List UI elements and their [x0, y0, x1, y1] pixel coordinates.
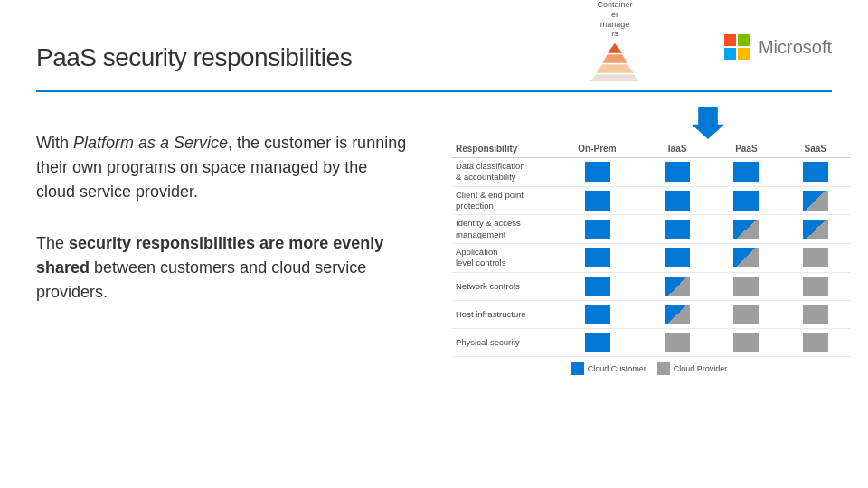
table-legend: Cloud Customer Cloud Provider [571, 362, 731, 375]
row-label: Applicationlevel controls [452, 244, 552, 273]
cell-iaas [643, 328, 712, 356]
cell-paas [712, 244, 780, 273]
cell-saas [781, 244, 850, 273]
col-header-iaas: IaaS [643, 140, 712, 158]
legend-customer: Cloud Customer [571, 362, 646, 375]
cell-onprem [552, 158, 643, 187]
col-header-onprem: On-Prem [552, 140, 643, 158]
responsibility-table: Responsibility On-Prem IaaS PaaS SaaS Da… [452, 140, 850, 357]
table-row: Identity & accessmanagement [452, 215, 850, 244]
table-row: Data classification& accountability [452, 158, 850, 187]
row-label: Client & end pointprotection [452, 186, 552, 215]
cell-onprem [552, 215, 643, 244]
title-block: PaaS security responsibilities [36, 16, 352, 72]
table-row: Applicationlevel controls [452, 244, 850, 273]
col-header-responsibility: Responsibility [452, 140, 552, 158]
cell-saas [781, 300, 850, 328]
bold-text: security responsibilities are more evenl… [36, 234, 383, 277]
cell-onprem [552, 244, 643, 273]
left-column: With Platform as a Service, the customer… [0, 104, 443, 488]
pyramid-icon [570, 41, 660, 81]
right-column: Responsibility On-Prem IaaS PaaS SaaS Da… [443, 104, 868, 488]
cell-paas [712, 215, 780, 244]
svg-marker-2 [596, 64, 633, 73]
cell-iaas [643, 244, 712, 273]
cell-paas [712, 272, 780, 300]
table-row: Host infrastructure [452, 300, 850, 328]
ms-grid-icon [724, 34, 750, 60]
paragraph-1: With Platform as a Service, the customer… [36, 131, 407, 204]
cell-onprem [552, 272, 643, 300]
cell-iaas [643, 186, 712, 215]
legend-gray-box [657, 362, 670, 375]
table-row: Client & end pointprotection [452, 186, 850, 215]
cell-iaas [643, 215, 712, 244]
row-label: Data classification& accountability [452, 158, 552, 187]
cell-paas [712, 300, 780, 328]
paragraph-2: The security responsibilities are more e… [36, 231, 407, 305]
cell-saas [781, 215, 850, 244]
cell-onprem [552, 328, 643, 356]
section-divider [36, 90, 832, 92]
cell-saas [781, 328, 850, 356]
pyramid-container: Containerermanagers [561, 0, 669, 81]
cell-iaas [643, 300, 712, 328]
cell-saas [781, 158, 850, 187]
legend-blue-box [571, 362, 584, 375]
col-header-paas: PaaS [712, 140, 780, 158]
page-title: PaaS security responsibilities [36, 43, 352, 72]
main-content: With Platform as a Service, the customer… [0, 104, 868, 488]
legend-provider-label: Cloud Provider [674, 364, 728, 373]
cell-onprem [552, 186, 643, 215]
row-label: Identity & accessmanagement [452, 215, 552, 244]
pyramid-label: Containerermanagers [597, 0, 632, 39]
table-row: Physical security [452, 328, 850, 356]
row-label: Network controls [452, 272, 552, 300]
legend-provider: Cloud Provider [657, 362, 728, 375]
col-header-saas: SaaS [781, 140, 850, 158]
header: PaaS security responsibilities Container… [0, 0, 868, 99]
svg-marker-1 [602, 54, 627, 63]
cell-onprem [552, 300, 643, 328]
microsoft-logo: Microsoft [724, 34, 832, 60]
legend-customer-label: Cloud Customer [588, 364, 646, 373]
table-row: Network controls [452, 272, 850, 300]
svg-marker-3 [589, 74, 641, 81]
cell-saas [781, 272, 850, 300]
cell-saas [781, 186, 850, 215]
cell-paas [712, 158, 780, 187]
italic-text: Platform as a Service [73, 134, 228, 152]
row-label: Host infrastructure [452, 300, 552, 328]
ms-logo-text: Microsoft [759, 37, 832, 58]
svg-marker-0 [608, 43, 623, 53]
row-label: Physical security [452, 328, 552, 356]
cell-iaas [643, 158, 712, 187]
cell-paas [712, 328, 780, 356]
cell-iaas [643, 272, 712, 300]
cell-paas [712, 186, 780, 215]
